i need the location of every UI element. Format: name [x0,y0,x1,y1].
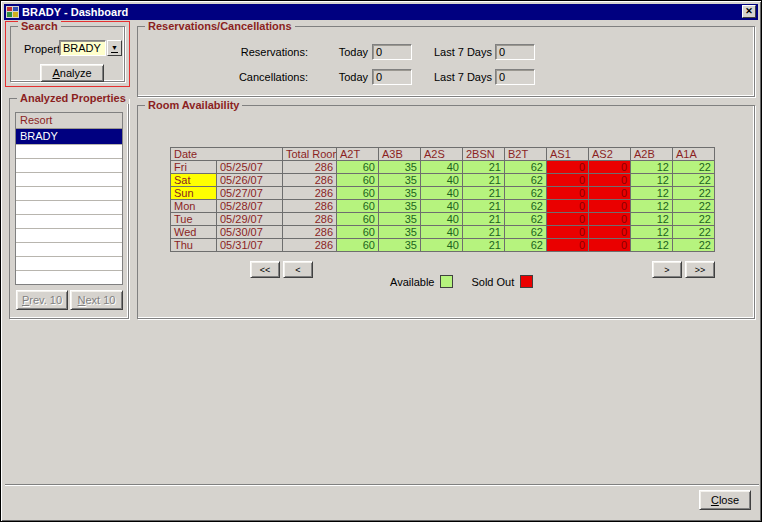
analyzed-properties-title: Analyzed Properties [17,92,129,104]
available-cell: 12 [631,200,673,213]
availability-table-header-row: DateTotal RoomA2TA3BA2S2BSNB2TAS1AS2A2BA… [171,148,715,161]
cancellations-label: Cancellations: [178,71,308,83]
prev-10-button[interactable]: Prev. 10 [16,290,68,310]
sold-out-swatch-icon [520,275,533,288]
available-cell: 22 [673,213,715,226]
available-cell: 40 [421,239,463,252]
available-cell: 40 [421,213,463,226]
total-room-cell: 286 [283,226,337,239]
day-cell: Wed [171,226,217,239]
property-list-empty-row[interactable] [16,187,122,201]
sold-out-cell: 0 [589,226,631,239]
column-header: Total Room [283,148,337,161]
sold-out-cell: 0 [547,200,589,213]
available-cell: 12 [631,226,673,239]
property-list-empty-row[interactable] [16,173,122,187]
available-cell: 62 [505,161,547,174]
available-cell: 12 [631,161,673,174]
property-list-empty-row[interactable] [16,215,122,229]
property-list-header: Resort [16,113,122,129]
day-cell: Tue [171,213,217,226]
available-cell: 12 [631,213,673,226]
available-cell: 21 [463,239,505,252]
available-cell: 22 [673,226,715,239]
day-cell: Fri [171,161,217,174]
sold-out-cell: 0 [589,187,631,200]
available-cell: 35 [379,187,421,200]
dropdown-arrow-icon: ▼ [111,44,118,53]
column-header: B2T [505,148,547,161]
cancellations-today-label: Today [328,71,368,83]
available-legend-label: Available [390,276,434,288]
available-cell: 35 [379,200,421,213]
date-cell: 05/28/07 [217,200,283,213]
date-cell: 05/30/07 [217,226,283,239]
available-cell: 62 [505,226,547,239]
property-list-empty-row[interactable] [16,159,122,173]
available-swatch-icon [440,275,453,288]
available-cell: 60 [337,226,379,239]
sold-out-cell: 0 [547,226,589,239]
analyzed-properties-group: Analyzed Properties Resort BRADY Prev. 1… [9,98,129,319]
column-header: AS2 [589,148,631,161]
close-icon[interactable]: ✕ [742,5,756,18]
date-cell: 05/29/07 [217,213,283,226]
reservations-today-label: Today [328,46,368,58]
close-button[interactable]: Close [699,490,751,510]
sold-out-legend-label: Sold Out [471,276,514,288]
date-cell: 05/25/07 [217,161,283,174]
property-list-empty-row[interactable] [16,201,122,215]
reservations-group: Reservations/Cancellations Reservations:… [137,26,755,97]
cancellations-today-field: 0 [372,69,412,85]
page-next-button[interactable]: > [652,261,682,278]
available-cell: 40 [421,174,463,187]
property-combo-drop-button[interactable]: ▼ [107,40,122,56]
property-list-empty-row[interactable] [16,271,122,285]
available-cell: 60 [337,213,379,226]
reservations-today-field: 0 [372,44,412,60]
page-prev-button[interactable]: < [283,261,313,278]
search-group: Search Property BRADY ▼ Analyze [10,26,125,82]
available-cell: 21 [463,187,505,200]
date-cell: 05/26/07 [217,174,283,187]
available-cell: 21 [463,213,505,226]
available-cell: 35 [379,239,421,252]
sold-out-cell: 0 [547,213,589,226]
available-cell: 22 [673,187,715,200]
availability-row: Sat05/26/072866035402162001222 [171,174,715,187]
property-list-empty-row[interactable] [16,145,122,159]
available-cell: 21 [463,200,505,213]
available-cell: 22 [673,161,715,174]
sold-out-cell: 0 [589,161,631,174]
sold-out-cell: 0 [547,174,589,187]
column-header: AS1 [547,148,589,161]
day-cell: Mon [171,200,217,213]
sold-out-cell: 0 [547,239,589,252]
analyze-button[interactable]: Analyze [40,64,104,82]
property-list-empty-row[interactable] [16,257,122,271]
total-room-cell: 286 [283,161,337,174]
property-list-empty-row[interactable] [16,243,122,257]
available-cell: 12 [631,187,673,200]
property-combo-input[interactable]: BRADY [59,40,106,56]
next-10-button[interactable]: Next 10 [70,290,123,310]
page-last-button[interactable]: >> [685,261,715,278]
property-list-empty-row[interactable] [16,229,122,243]
availability-row: Fri05/25/072866035402162001222 [171,161,715,174]
available-cell: 40 [421,161,463,174]
page-first-button[interactable]: << [250,261,280,278]
availability-row: Mon05/28/072866035402162001222 [171,200,715,213]
availability-row: Tue05/29/072866035402162001222 [171,213,715,226]
availability-legend: Available Sold Out [390,275,533,288]
total-room-cell: 286 [283,187,337,200]
dashboard-window: BRADY - Dashboard ✕ Search Property BRAD… [0,0,762,522]
column-header: A2B [631,148,673,161]
available-cell: 60 [337,187,379,200]
property-list-item[interactable]: BRADY [16,129,122,145]
available-cell: 62 [505,213,547,226]
room-availability-group: Room Availability DateTotal RoomA2TA3BA2… [137,105,755,319]
available-cell: 40 [421,187,463,200]
available-cell: 60 [337,161,379,174]
column-header: A1A [673,148,715,161]
window-title: BRADY - Dashboard [22,6,128,18]
